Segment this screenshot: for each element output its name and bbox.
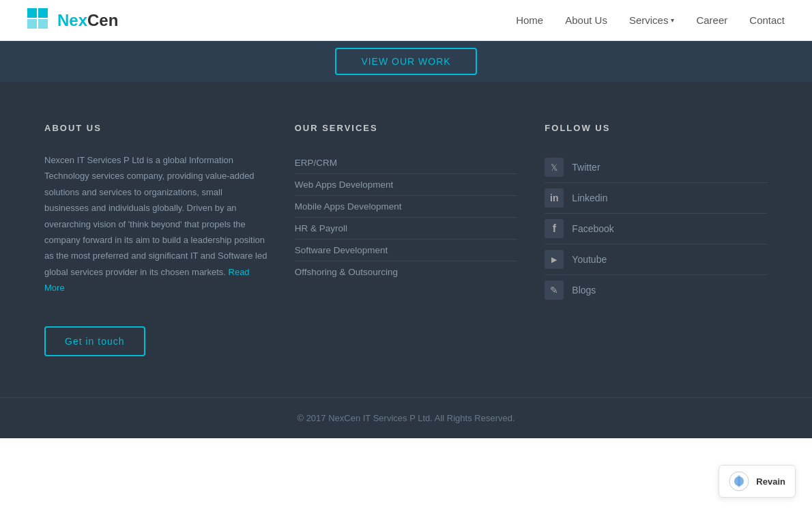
social-facebook[interactable]: f Facebook xyxy=(545,214,768,244)
service-item-hr[interactable]: HR & Payroll xyxy=(295,218,518,240)
footer-copyright: © 2017 NexCen IT Services P Ltd. All Rig… xyxy=(0,397,812,438)
footer-services-col: OUR SERVICES ERP/CRM Web Apps Developmen… xyxy=(295,123,545,356)
social-blogs[interactable]: ✎ Blogs xyxy=(545,275,768,305)
social-youtube[interactable]: ▶ Youtube xyxy=(545,244,768,275)
svg-rect-0 xyxy=(27,8,37,18)
service-item-software[interactable]: Software Development xyxy=(295,240,518,261)
brand-icon xyxy=(27,8,52,33)
brand[interactable]: NexCen xyxy=(27,8,118,33)
brand-name: NexCen xyxy=(57,11,118,30)
nav-item-services[interactable]: Services ▾ xyxy=(629,14,675,26)
services-list: ERP/CRM Web Apps Development Mobile Apps… xyxy=(295,152,518,283)
youtube-icon: ▶ xyxy=(545,250,564,269)
service-item-mobile[interactable]: Mobile Apps Development xyxy=(295,196,518,218)
twitter-icon: 𝕏 xyxy=(545,158,564,177)
navbar: NexCen Home About Us Services ▾ Career C… xyxy=(0,0,812,41)
nav-item-contact[interactable]: Contact xyxy=(749,14,785,27)
nav-item-home[interactable]: Home xyxy=(516,14,543,27)
chevron-down-icon: ▾ xyxy=(671,16,674,24)
svg-rect-1 xyxy=(38,8,48,18)
about-title: ABOUT US xyxy=(44,123,267,133)
follow-title: FOLLOW US xyxy=(545,123,768,133)
blogs-icon: ✎ xyxy=(545,281,564,300)
services-title: OUR SERVICES xyxy=(295,123,518,133)
social-links: 𝕏 Twitter in Linkedin f Facebook ▶ Youtu… xyxy=(545,152,768,305)
footer-follow-col: FOLLOW US 𝕏 Twitter in Linkedin f Facebo… xyxy=(545,123,768,356)
social-linkedin[interactable]: in Linkedin xyxy=(545,183,768,214)
service-item-erp[interactable]: ERP/CRM xyxy=(295,152,518,174)
hero-strip: VIEW OUR WORK xyxy=(0,41,812,82)
nav-item-career[interactable]: Career xyxy=(696,14,727,27)
facebook-icon: f xyxy=(545,219,564,238)
linkedin-icon: in xyxy=(545,188,564,208)
nav-links: Home About Us Services ▾ Career Contact xyxy=(516,14,785,27)
view-work-button[interactable]: VIEW OUR WORK xyxy=(335,48,476,75)
svg-rect-3 xyxy=(38,19,48,29)
service-item-web[interactable]: Web Apps Development xyxy=(295,174,518,196)
footer-inner: ABOUT US Nexcen IT Services P Ltd is a g… xyxy=(17,123,795,397)
get-in-touch-button[interactable]: Get in touch xyxy=(44,326,145,356)
footer: ABOUT US Nexcen IT Services P Ltd is a g… xyxy=(0,82,812,438)
about-text: Nexcen IT Services P Ltd is a global Inf… xyxy=(44,152,267,296)
nav-item-about[interactable]: About Us xyxy=(565,14,607,27)
service-item-offshoring[interactable]: Offshoring & Outsourcing xyxy=(295,261,518,283)
svg-rect-2 xyxy=(27,19,37,29)
footer-about-col: ABOUT US Nexcen IT Services P Ltd is a g… xyxy=(44,123,295,356)
social-twitter[interactable]: 𝕏 Twitter xyxy=(545,152,768,183)
